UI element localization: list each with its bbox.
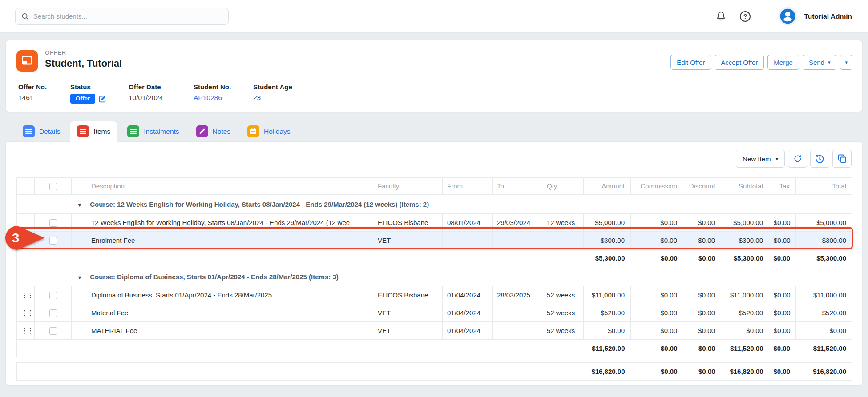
search-box[interactable]: [15, 8, 229, 25]
status-label: Status: [70, 83, 129, 91]
item-faculty: VET: [373, 322, 443, 340]
course-group-title: Course: Diploma of Business, Starts 01/A…: [90, 273, 339, 281]
items-panel: New Item ▾: [5, 141, 863, 385]
offer-no-value: 1461: [18, 94, 70, 102]
item-to: 29/03/2024: [493, 214, 542, 232]
help-button[interactable]: ?: [740, 11, 751, 22]
item-commission: $0.00: [631, 304, 683, 322]
col-commission: Commission: [631, 178, 683, 195]
offer-actions: Edit Offer Accept Offer Merge Send ▾ ▾: [670, 55, 852, 70]
drag-cell: ⋮⋮: [17, 322, 35, 340]
col-description: Description: [72, 178, 373, 195]
search-input[interactable]: [33, 12, 222, 20]
items-table: Description Faculty From To Qty Amount C…: [16, 177, 852, 381]
holidays-icon: [247, 125, 259, 137]
tab-holidays[interactable]: Holidays: [240, 121, 297, 142]
subtotal-amount: $11,520.00: [584, 340, 631, 357]
item-commission: $0.00: [631, 232, 683, 249]
more-actions-button[interactable]: ▾: [840, 55, 852, 70]
history-button[interactable]: [810, 150, 829, 168]
course-group-title: Course: 12 Weeks English for Working Hol…: [90, 201, 429, 208]
send-label: Send: [809, 59, 824, 66]
item-from: 01/04/2024: [443, 304, 493, 322]
col-from: From: [443, 178, 493, 195]
col-faculty: Faculty: [373, 178, 443, 195]
item-total: $520.00: [796, 304, 852, 322]
drag-handle-icon[interactable]: ⋮⋮: [21, 237, 33, 244]
item-discount: $0.00: [683, 322, 721, 340]
row-checkbox[interactable]: [49, 219, 57, 227]
drag-handle-icon[interactable]: ⋮⋮: [21, 309, 33, 317]
tab-items[interactable]: Items: [70, 121, 117, 142]
item-discount: $0.00: [683, 304, 721, 322]
row-checkbox[interactable]: [49, 237, 57, 245]
student-age-value: 23: [253, 94, 292, 102]
instalments-icon: [127, 125, 139, 137]
chevron-down-icon: ▾: [845, 60, 848, 65]
search-icon: [21, 12, 29, 20]
edit-offer-button[interactable]: Edit Offer: [670, 55, 711, 70]
drag-handle-icon[interactable]: ⋮⋮: [21, 291, 33, 299]
item-qty: [542, 232, 584, 249]
course-group-cell[interactable]: ▾ Course: Diploma of Business, Starts 01…: [17, 267, 852, 286]
tab-items-label: Items: [93, 128, 110, 136]
item-subtotal: $5,000.00: [721, 214, 769, 232]
subtotal-spacer: [17, 340, 584, 357]
item-tax: $0.00: [769, 304, 796, 322]
item-tax: $0.00: [769, 214, 796, 232]
edit-status-icon[interactable]: [99, 95, 106, 103]
refresh-button[interactable]: [788, 150, 807, 168]
topbar: ? Tutorial Admin: [0, 0, 868, 33]
send-button[interactable]: Send ▾: [803, 55, 837, 70]
new-item-button[interactable]: New Item ▾: [736, 150, 785, 168]
topbar-right: ? Tutorial Admin: [715, 6, 852, 26]
item-qty: 52 weeks: [542, 322, 584, 340]
student-age-label: Student Age: [253, 83, 292, 91]
row-checkbox[interactable]: [49, 292, 57, 299]
copy-icon: [838, 154, 847, 163]
offer-date-label: Offer Date: [129, 83, 194, 91]
merge-label: Merge: [774, 59, 793, 66]
drag-handle-icon[interactable]: ⋮⋮: [21, 327, 33, 334]
notes-icon: [196, 125, 208, 137]
col-discount: Discount: [683, 178, 721, 195]
grand-total-amount: $16,820.00: [584, 363, 631, 381]
status-field: Status Offer: [70, 83, 129, 104]
item-to: [493, 304, 542, 322]
notifications-button[interactable]: [715, 11, 727, 22]
item-to: 28/03/2025: [493, 286, 542, 304]
collapse-caret-icon[interactable]: ▾: [78, 274, 81, 281]
col-amount: Amount: [584, 178, 631, 195]
subtotal-total: $5,300.00: [796, 249, 852, 267]
item-tax: $0.00: [769, 232, 796, 249]
subtotal-discount: $0.00: [683, 249, 721, 267]
drag-cell: [17, 214, 35, 232]
topbar-divider: [764, 7, 764, 26]
item-discount: $0.00: [683, 214, 721, 232]
merge-button[interactable]: Merge: [767, 55, 799, 70]
course-group-cell[interactable]: ▾ Course: 12 Weeks English for Working H…: [17, 195, 852, 214]
item-amount: $520.00: [584, 304, 631, 322]
select-all-checkbox[interactable]: [49, 183, 57, 190]
drag-cell: ⋮⋮: [17, 304, 35, 322]
item-amount: $0.00: [584, 322, 631, 340]
subtotal-amount: $5,300.00: [584, 249, 631, 267]
items-icon: [77, 125, 89, 137]
item-total: $5,000.00: [796, 214, 852, 232]
duplicate-button[interactable]: [832, 150, 852, 168]
student-no-link[interactable]: AP10286: [194, 94, 222, 101]
tab-details[interactable]: Details: [16, 121, 67, 142]
accept-offer-button[interactable]: Accept Offer: [715, 55, 764, 70]
user-menu[interactable]: Tutorial Admin: [778, 6, 852, 26]
item-discount: $0.00: [683, 286, 721, 304]
item-faculty: VET: [373, 304, 443, 322]
item-total: $11,000.00: [796, 286, 852, 304]
item-subtotal: $520.00: [721, 304, 769, 322]
row-checkbox[interactable]: [49, 309, 57, 317]
collapse-caret-icon[interactable]: ▾: [78, 202, 81, 208]
tab-instalments[interactable]: Instalments: [120, 121, 186, 142]
row-checkbox[interactable]: [49, 327, 57, 335]
tab-notes[interactable]: Notes: [189, 121, 238, 142]
group-subtotal-row: $5,300.00 $0.00 $0.00 $5,300.00 $0.00 $5…: [17, 249, 852, 267]
item-subtotal: $300.00: [721, 232, 769, 249]
